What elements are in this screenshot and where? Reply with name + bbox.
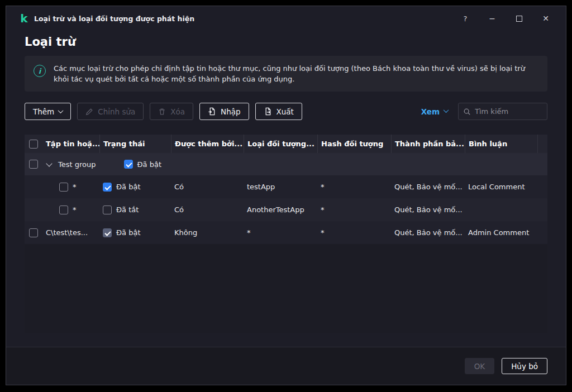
info-banner-text: Các mục loại trừ cho phép chỉ định tập t… <box>54 63 537 84</box>
cell-file: * <box>73 183 77 191</box>
cell-object-hash: * <box>317 205 391 214</box>
column-header-comment[interactable]: Bình luận <box>465 135 537 153</box>
cell-status: Đã bật <box>116 183 141 191</box>
import-button-label: Nhập <box>221 107 241 116</box>
app-window: k Loại trừ và loại đối tượng được phát h… <box>6 6 566 385</box>
delete-button-label: Xóa <box>170 107 185 116</box>
kaspersky-logo-icon: k <box>18 13 30 24</box>
cell-added-by: Không <box>171 228 244 237</box>
row-status-checkbox[interactable] <box>103 205 112 214</box>
cell-object-type: testApp <box>244 183 317 191</box>
column-header-component[interactable]: Thành phần bả... <box>391 135 465 153</box>
row-status-checkbox[interactable] <box>103 183 112 192</box>
export-icon <box>264 107 272 116</box>
scrollbar-gutter <box>537 135 547 153</box>
search-input[interactable] <box>475 107 542 116</box>
cell-file: * <box>73 205 77 214</box>
cell-component: Quét, Bảo vệ mố... <box>391 228 465 237</box>
title-bar: k Loại trừ và loại đối tượng được phát h… <box>6 6 566 31</box>
edit-button-label: Chỉnh sửa <box>98 107 135 116</box>
cell-added-by: Có <box>171 183 244 191</box>
cell-object-hash: * <box>317 183 391 191</box>
row-select-checkbox[interactable] <box>59 205 68 214</box>
cell-object-hash: * <box>317 228 391 237</box>
info-banner: i Các mục loại trừ cho phép chỉ định tập… <box>25 56 547 92</box>
group-select-checkbox[interactable] <box>29 160 38 169</box>
maximize-icon <box>516 16 522 22</box>
dialog-footer: OK Hủy bỏ <box>6 347 566 385</box>
import-icon <box>208 107 216 116</box>
cell-comment: Admin Comment <box>465 228 537 237</box>
pencil-icon <box>85 108 93 116</box>
export-button[interactable]: Xuất <box>255 103 302 120</box>
import-button[interactable]: Nhập <box>199 103 249 120</box>
add-button[interactable]: Thêm <box>25 103 71 120</box>
cell-component: Quét, Bảo vệ mố... <box>391 205 465 214</box>
table-header-row: Tập tin hoặ... Trạng thái Được thêm bởi.… <box>25 135 547 153</box>
column-header-status[interactable]: Trạng thái <box>99 135 171 153</box>
search-box <box>458 103 547 120</box>
cell-status: Đã bật <box>116 228 141 237</box>
maximize-button[interactable] <box>513 13 525 24</box>
trash-icon <box>158 108 166 116</box>
column-header-object-hash[interactable]: Hash đối tượng <box>317 135 391 153</box>
chevron-down-icon <box>58 108 64 113</box>
table-row[interactable]: * Đã bật Có testApp * Quét, Bảo vệ mố...… <box>25 175 547 198</box>
close-button[interactable]: ✕ <box>540 13 551 24</box>
cell-comment: Local Comment <box>465 183 537 191</box>
page-title: Loại trừ <box>25 35 547 49</box>
minimize-button[interactable]: − <box>487 13 498 24</box>
help-button[interactable]: ? <box>460 13 471 24</box>
info-icon: i <box>34 65 46 77</box>
row-select-checkbox[interactable] <box>59 183 68 192</box>
column-header-file[interactable]: Tập tin hoặ... <box>42 135 99 153</box>
table-row-group[interactable]: Test group Đã bật <box>25 153 547 175</box>
cell-object-type: * <box>244 228 317 237</box>
group-name: Test group <box>58 160 96 169</box>
group-expand-chevron-icon[interactable] <box>46 160 52 166</box>
exclusions-table: Tập tin hoặ... Trạng thái Được thêm bởi.… <box>25 135 547 333</box>
row-select-checkbox[interactable] <box>29 228 38 237</box>
select-all-checkbox[interactable] <box>29 140 38 149</box>
ok-button[interactable]: OK <box>465 358 494 374</box>
row-status-checkbox[interactable] <box>103 228 112 237</box>
group-status-checkbox[interactable] <box>124 160 133 169</box>
cell-object-type: AnotherTestApp <box>244 205 317 214</box>
table-row[interactable]: C\test\tes... Đã bật Không * * Quét, Bảo… <box>25 221 547 244</box>
search-icon <box>463 108 471 116</box>
cell-file: C\test\tes... <box>46 228 88 237</box>
delete-button[interactable]: Xóa <box>150 103 193 120</box>
cell-added-by: Có <box>171 205 244 214</box>
export-button-label: Xuất <box>277 107 294 116</box>
group-status-label: Đã bật <box>137 160 162 169</box>
cell-status: Đã tắt <box>116 205 139 214</box>
edit-button[interactable]: Chỉnh sửa <box>77 103 144 120</box>
window-title: Loại trừ và loại đối tượng được phát hiệ… <box>34 15 194 23</box>
add-button-label: Thêm <box>33 107 54 116</box>
cancel-button[interactable]: Hủy bỏ <box>502 358 547 374</box>
table-row[interactable]: * Đã tắt Có AnotherTestApp * Quét, Bảo v… <box>25 198 547 221</box>
chevron-down-icon <box>444 107 449 113</box>
main-content: Loại trừ i Các mục loại trừ cho phép chỉ… <box>6 31 566 347</box>
toolbar: Thêm Chỉnh sửa Xóa Nhập Xuất Xem <box>25 103 547 120</box>
view-dropdown-label: Xem <box>421 107 440 116</box>
column-header-added-by[interactable]: Được thêm bởi... <box>171 135 244 153</box>
column-header-object-type[interactable]: Loại đối tượng... <box>244 135 317 153</box>
view-dropdown[interactable]: Xem <box>421 107 448 116</box>
cell-component: Quét, Bảo vệ mố... <box>391 183 465 191</box>
